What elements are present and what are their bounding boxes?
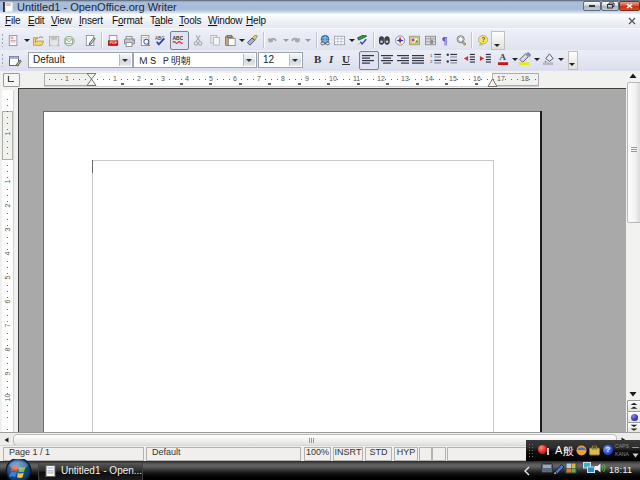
svg-text:PDF: PDF (110, 41, 118, 45)
svg-text:ABC: ABC (172, 35, 183, 41)
svg-text:1: 1 (430, 53, 433, 58)
svg-text:?: ? (481, 36, 485, 43)
svg-text:2: 2 (430, 59, 433, 64)
svg-text:A: A (499, 52, 506, 62)
svg-text:¶: ¶ (442, 35, 448, 46)
